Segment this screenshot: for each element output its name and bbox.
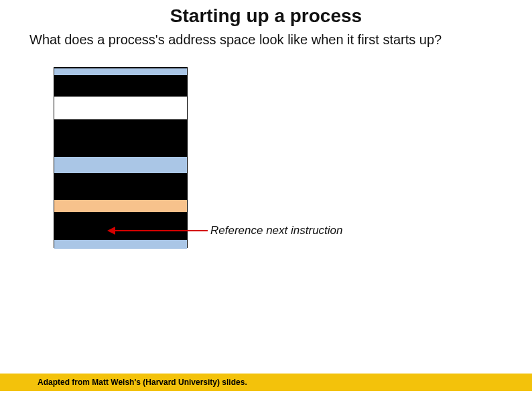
segment-black-3 [54, 174, 187, 199]
address-space-diagram [54, 67, 188, 248]
segment-black-1 [54, 76, 187, 96]
footer-credit: Adapted from Matt Welsh's (Harvard Unive… [0, 378, 247, 387]
segment-gap [54, 96, 187, 120]
segment-bottom-blue [54, 239, 187, 249]
segment-blue-mid [54, 156, 187, 174]
slide-subtitle: What does a process's address space look… [0, 27, 532, 48]
reference-arrow-icon [114, 230, 208, 231]
reference-label: Reference next instruction [210, 224, 343, 237]
segment-top-blue [54, 68, 187, 76]
segment-black-4 [54, 213, 187, 239]
slide-title: Starting up a process [0, 0, 532, 27]
segment-orange [54, 199, 187, 213]
segment-black-2 [54, 120, 187, 156]
footer-bar: Adapted from Matt Welsh's (Harvard Unive… [0, 374, 532, 391]
